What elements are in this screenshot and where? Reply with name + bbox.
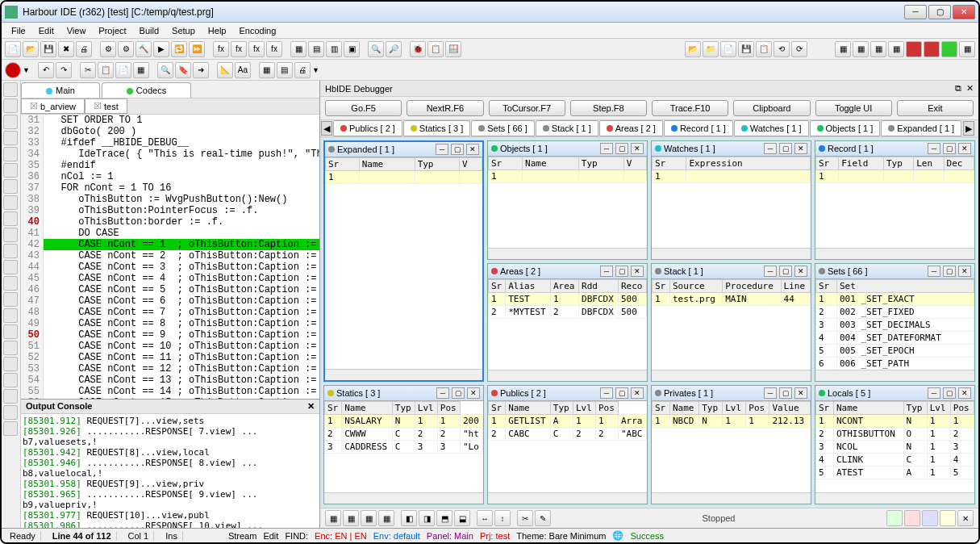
dbgf-10-icon[interactable]: ↕ [494, 510, 511, 526]
side-btn-22[interactable] [3, 421, 18, 436]
tool-zoom-out-icon[interactable]: 🔎 [386, 41, 402, 57]
tool-g4-icon[interactable]: ▦ [888, 41, 904, 57]
output-close-icon[interactable]: ✕ [307, 401, 315, 412]
panel-table[interactable]: SrSourceProcedureLine1test.prgMAIN44 [652, 279, 811, 370]
panel-table[interactable]: SrAliasAreaRddReco1TEST1DBFCDX5002*MYTES… [488, 279, 647, 370]
panel-min-icon[interactable]: ─ [600, 266, 613, 277]
side-btn-14[interactable] [3, 292, 18, 307]
tool-rebuild-icon[interactable]: 🔁 [171, 41, 187, 57]
panel-close-icon[interactable]: ✕ [631, 387, 644, 399]
record-icon[interactable] [5, 62, 21, 78]
dbg-step-button[interactable]: Step.F8 [570, 100, 647, 116]
tool-build-launch-icon[interactable]: ▶ [153, 41, 169, 57]
side-btn-17[interactable] [3, 341, 18, 355]
dbgf-8-icon[interactable]: ⬓ [454, 510, 470, 526]
dbg-tab-2[interactable]: Sets [ 66 ] [471, 120, 535, 136]
dbgf-2-icon[interactable]: ▦ [343, 510, 359, 526]
tool-last-icon[interactable]: ▦ [959, 41, 975, 57]
panel-close-icon[interactable]: ✕ [467, 387, 480, 399]
panel-max-icon[interactable]: ▢ [779, 387, 792, 399]
tool-fx2-icon[interactable]: fx [231, 41, 247, 57]
close-tab-icon[interactable]: ☒ [94, 101, 102, 111]
panel-scrollbar[interactable] [488, 370, 647, 381]
file-tab-test[interactable]: ☒test [85, 98, 127, 114]
side-btn-7[interactable] [3, 179, 18, 194]
dbg-tab-0[interactable]: Publics [ 2 ] [333, 120, 402, 136]
panel-max-icon[interactable]: ▢ [451, 144, 464, 155]
dbgf-12-icon[interactable]: ✎ [535, 510, 551, 526]
menu-project[interactable]: Project [92, 24, 132, 37]
dbgf-6-icon[interactable]: ◨ [419, 510, 435, 526]
menu-file[interactable]: File [5, 24, 32, 37]
misc2-icon[interactable]: ▤ [277, 62, 293, 78]
panel-scrollbar[interactable] [324, 492, 483, 504]
panel-max-icon[interactable]: ▢ [615, 266, 628, 277]
tool-red2-icon[interactable] [924, 41, 940, 57]
panel-min-icon[interactable]: ─ [928, 143, 940, 154]
close-button[interactable]: ✕ [953, 5, 975, 19]
panel-table[interactable]: SrExpression1 [652, 157, 811, 248]
dbg-detach-icon[interactable]: ⧉ [955, 83, 961, 93]
dbg-exit-button[interactable]: Exit [897, 100, 974, 116]
tool-view4-icon[interactable]: ▣ [344, 41, 360, 57]
tool-r2-icon[interactable]: 📁 [703, 41, 719, 57]
dbgf-5-icon[interactable]: ◧ [401, 510, 417, 526]
side-btn-4[interactable] [3, 131, 18, 145]
dbg-clipboard-button[interactable]: Clipboard [733, 100, 810, 116]
dbgf-r2-icon[interactable] [904, 510, 920, 526]
panel-min-icon[interactable]: ─ [600, 387, 613, 399]
tool-view3-icon[interactable]: ▥ [326, 41, 342, 57]
panel-scrollbar[interactable] [652, 370, 811, 381]
dbg-tab-6[interactable]: Watches [ 1 ] [734, 120, 809, 136]
panel-scrollbar[interactable] [488, 248, 647, 259]
tool-fx4-icon[interactable]: fx [266, 41, 282, 57]
side-btn-13[interactable] [3, 276, 18, 291]
output-body[interactable]: [85301.912] REQUEST[7]...view,sets[85301… [21, 414, 319, 528]
find-icon[interactable]: 🔍 [157, 62, 173, 78]
tabs-next-icon[interactable]: ▶ [963, 121, 974, 136]
panel-close-icon[interactable]: ✕ [958, 387, 971, 399]
minimize-button[interactable]: ─ [904, 5, 927, 19]
maximize-button[interactable]: ▢ [928, 5, 951, 19]
menu-encoding[interactable]: Encoding [232, 24, 282, 37]
dbgf-11-icon[interactable]: ✂ [517, 510, 533, 526]
panel-min-icon[interactable]: ─ [928, 387, 940, 399]
side-btn-15[interactable] [3, 308, 18, 323]
redo-icon[interactable]: ↷ [56, 62, 72, 78]
tab-codecs[interactable]: Codecs [102, 82, 191, 98]
menu-setup[interactable]: Setup [165, 24, 202, 37]
panel-min-icon[interactable]: ─ [764, 387, 777, 399]
panel-max-icon[interactable]: ▢ [943, 387, 956, 399]
bookmark-icon[interactable]: 🔖 [175, 62, 191, 78]
menu-view[interactable]: View [60, 24, 93, 37]
panel-max-icon[interactable]: ▢ [779, 266, 792, 277]
menu-edit[interactable]: Edit [32, 24, 60, 37]
tool-open-icon[interactable]: 📂 [23, 41, 39, 57]
tool-rebuild-launch-icon[interactable]: ⏩ [189, 41, 205, 57]
panel-min-icon[interactable]: ─ [764, 266, 777, 277]
tool-red1-icon[interactable] [906, 41, 922, 57]
file-tab-barview[interactable]: ☒b_arview [21, 98, 85, 114]
side-btn-9[interactable] [3, 211, 18, 226]
side-btn-5[interactable] [3, 147, 18, 161]
copy-icon[interactable]: 📋 [98, 62, 114, 78]
tool-r7-icon[interactable]: ⟳ [791, 41, 807, 57]
side-btn-3[interactable] [3, 115, 18, 129]
case-icon[interactable]: Aa [235, 62, 251, 78]
panel-table[interactable]: SrNameTypV1 [488, 157, 647, 248]
dbg-trace-button[interactable]: Trace.F10 [652, 100, 728, 116]
tool-compile-ppo-icon[interactable]: ⚙ [118, 41, 134, 57]
dbg-go-button[interactable]: Go.F5 [325, 100, 402, 116]
dbgf-1-icon[interactable]: ▦ [325, 510, 341, 526]
panel-close-icon[interactable]: ✕ [631, 143, 644, 154]
paste-icon[interactable]: 📄 [115, 62, 131, 78]
tool-fx3-icon[interactable]: fx [248, 41, 265, 57]
panel-max-icon[interactable]: ▢ [779, 143, 792, 154]
format-icon[interactable]: 📐 [217, 62, 233, 78]
dbgf-r5-icon[interactable]: ✕ [957, 510, 974, 526]
panel-max-icon[interactable]: ▢ [452, 387, 465, 399]
dbgf-r3-icon[interactable] [922, 510, 938, 526]
tab-main[interactable]: Main [21, 82, 100, 98]
panel-max-icon[interactable]: ▢ [943, 266, 956, 277]
panel-close-icon[interactable]: ✕ [794, 143, 807, 154]
